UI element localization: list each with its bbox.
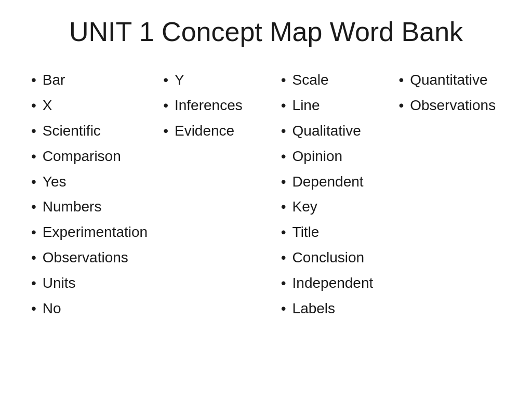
word-label: Title — [292, 221, 320, 244]
word-label: Opinion — [292, 145, 343, 168]
word-label: Observations — [410, 94, 496, 117]
word-column-3: ScaleLineQualitativeOpinionDependentKeyT… — [276, 69, 389, 322]
list-item: Independent — [281, 272, 383, 295]
word-column-4: QuantitativeObservations — [393, 69, 506, 322]
word-label: Conclusion — [292, 246, 365, 270]
list-item: Observations — [31, 246, 148, 270]
list-item: Title — [281, 221, 383, 244]
list-item: Conclusion — [281, 246, 383, 270]
word-label: Comparison — [43, 145, 121, 168]
word-label: Quantitative — [410, 69, 487, 92]
list-item: Opinion — [281, 145, 383, 168]
word-label: Yes — [43, 170, 66, 194]
word-label: Independent — [292, 272, 374, 295]
list-item: Observations — [398, 94, 501, 117]
word-label: Numbers — [43, 195, 102, 219]
list-item: Experimentation — [31, 221, 148, 244]
word-label: Key — [292, 195, 317, 219]
list-item: Yes — [31, 170, 148, 194]
page-title: UNIT 1 Concept Map Word Bank — [21, 16, 511, 48]
list-item: Quantitative — [398, 69, 501, 92]
list-item: Line — [281, 94, 383, 117]
word-label: Scale — [292, 69, 329, 92]
word-label: Inferences — [175, 94, 243, 117]
word-label: Scientific — [43, 119, 101, 143]
list-item: Comparison — [31, 145, 148, 168]
list-item: Key — [281, 195, 383, 219]
word-label: Units — [43, 272, 76, 295]
word-column-2: YInferencesEvidence — [158, 69, 271, 322]
word-label: Line — [292, 94, 320, 117]
list-item: Evidence — [163, 119, 265, 143]
word-label: Observations — [43, 246, 128, 270]
list-item: Qualitative — [281, 119, 383, 143]
word-label: Labels — [292, 297, 336, 321]
list-item: Y — [163, 69, 265, 92]
word-label: Evidence — [175, 119, 234, 143]
list-item: Bar — [31, 69, 148, 92]
list-item: Labels — [281, 297, 383, 321]
word-label: Dependent — [292, 170, 364, 194]
list-item: No — [31, 297, 148, 321]
list-item: Units — [31, 272, 148, 295]
list-item: Numbers — [31, 195, 148, 219]
list-item: Dependent — [281, 170, 383, 194]
word-label: Bar — [43, 69, 65, 92]
word-label: Experimentation — [43, 221, 148, 244]
word-label: Y — [175, 69, 184, 92]
list-item: X — [31, 94, 148, 117]
list-item: Scale — [281, 69, 383, 92]
list-item: Inferences — [163, 94, 265, 117]
word-label: X — [43, 94, 52, 117]
list-item: Scientific — [31, 119, 148, 143]
word-column-1: BarXScientificComparisonYesNumbersExperi… — [26, 69, 153, 322]
word-label: No — [43, 297, 61, 321]
word-label: Qualitative — [292, 119, 361, 143]
word-bank-grid: BarXScientificComparisonYesNumbersExperi… — [21, 69, 511, 322]
